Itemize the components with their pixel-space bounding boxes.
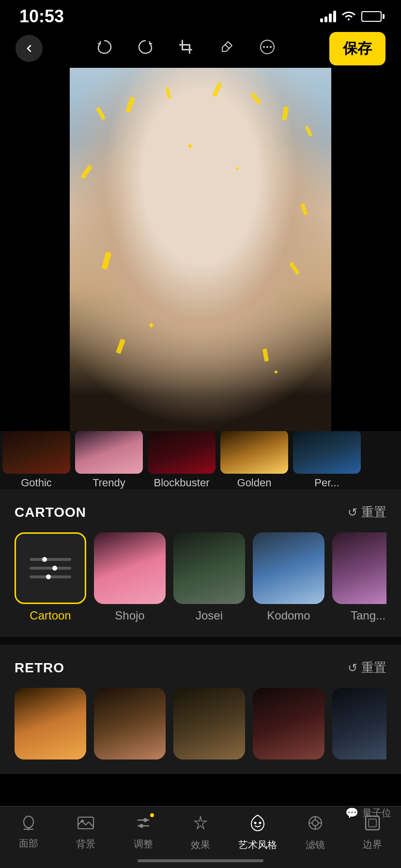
cartoon-reset-button[interactable]: ↺ 重置 [348,504,386,521]
bottom-nav: 面部 背景 调整 [0,806,401,868]
style-thumb-retro2 [94,688,166,760]
crop-button[interactable] [178,39,194,59]
svg-point-8 [270,46,272,48]
style-thumb-kodomo [253,532,324,604]
retro-reset-button[interactable]: ↺ 重置 [348,659,386,676]
status-bar: 10:53 [0,0,401,29]
svg-point-9 [24,816,33,828]
style-item-cartoon[interactable]: Cartoon [15,532,86,622]
svg-point-21 [312,820,318,826]
svg-point-7 [266,46,268,48]
toolbar: 保存 [0,29,401,68]
effects-icon [192,818,209,835]
style-label-kodomo: Kodomo [267,609,310,622]
nav-item-artstyle[interactable]: 艺术风格 [233,814,282,852]
style-item-retro3[interactable] [173,688,245,764]
portrait-image: ✦ ✦ ✦ ✦ [70,68,331,431]
nav-items: 面部 背景 调整 [0,806,401,855]
style-item-shojo[interactable]: Shojo [94,532,166,622]
nav-label-background: 背景 [76,837,95,851]
separator [0,637,401,645]
filter-label-gothic: Gothic [21,477,52,489]
face-icon [20,816,37,834]
cartoon-section-header: CARTOON ↺ 重置 [15,504,386,521]
nav-item-face[interactable]: 面部 [4,816,53,850]
nav-label-face: 面部 [19,837,38,850]
svg-rect-3 [179,44,190,46]
nav-item-filter[interactable]: 滤镜 [291,814,339,852]
artstyle-icon [248,818,267,835]
svg-point-15 [143,818,147,822]
save-button[interactable]: 保存 [329,32,386,65]
cartoon-reset-label: 重置 [361,504,386,521]
style-item-josei[interactable]: Josei [173,532,245,622]
reset-icon: ↺ [348,506,357,519]
style-item-kodomo[interactable]: Kodomo [253,532,324,622]
filter-thumb-golden [220,431,288,474]
nav-label-border: 边界 [363,838,382,851]
style-label-josei: Josei [196,609,223,622]
filter-label-per: Per... [314,477,339,489]
retro-section: RETRO ↺ 重置 [0,645,401,774]
nav-item-border[interactable]: 边界 [348,815,397,851]
svg-point-6 [263,46,265,48]
style-thumb-josei [173,532,245,604]
home-bar [138,859,263,862]
nav-label-filter: 滤镜 [306,838,325,852]
filter-gothic[interactable]: Gothic [0,431,73,489]
style-item-retro4[interactable] [253,688,324,764]
nav-item-adjust[interactable]: 调整 [119,815,168,851]
filter-icon [307,818,324,835]
style-label-shojo: Shojo [115,609,144,622]
adjust-dot [150,813,154,817]
status-icons [320,10,382,23]
cartoon-title: CARTOON [15,505,86,520]
style-thumb-cartoon [15,532,86,604]
style-item-tang[interactable]: Tang... [332,532,386,622]
border-icon [364,817,381,835]
filter-thumb-per [293,431,361,474]
nav-label-artstyle: 艺术风格 [238,838,277,852]
status-time: 10:53 [19,6,64,27]
filter-thumb-gothic [2,431,70,474]
signal-icon [320,11,336,22]
back-button[interactable] [15,35,43,62]
filter-blockbuster[interactable]: Blockbuster [145,431,218,489]
style-item-retro1[interactable] [15,688,86,764]
filter-strip: Gothic Trendy Blockbuster Golden Per... [0,431,401,489]
style-thumb-shojo [94,532,166,604]
retro-style-grid [15,688,386,774]
filter-thumb-trendy [75,431,143,474]
wifi-icon [342,10,355,23]
cartoon-section: CARTOON ↺ 重置 Cartoon Shojo Josei [0,489,401,637]
style-thumb-tang [332,532,386,604]
redo-button[interactable] [137,40,154,58]
filter-label-trendy: Trendy [93,477,125,489]
filter-golden[interactable]: Golden [218,431,291,489]
background-icon [77,817,94,834]
more-button[interactable] [259,39,276,59]
retro-title: RETRO [15,660,64,676]
filter-label-golden: Golden [237,477,272,489]
cartoon-style-grid: Cartoon Shojo Josei Kodomo Tang... [15,532,386,637]
erase-button[interactable] [218,39,235,59]
svg-point-13 [81,820,84,822]
battery-icon [361,11,382,22]
svg-point-17 [139,824,143,828]
undo-button[interactable] [96,40,113,58]
style-item-retro2[interactable] [94,688,166,764]
filter-thumb-blockbuster [148,431,216,474]
filter-per[interactable]: Per... [291,431,363,489]
wechat-icon: 💬 [345,807,358,820]
nav-item-effects[interactable]: 效果 [176,814,225,852]
style-thumb-retro1 [15,688,86,760]
nav-label-effects: 效果 [191,838,210,852]
style-thumb-retro4 [253,688,324,760]
toolbar-center [96,39,276,59]
canvas-area: ✦ ✦ ✦ ✦ [0,68,401,431]
style-item-retro5[interactable] [332,688,386,764]
canvas-left-bg [0,68,70,431]
nav-item-background[interactable]: 背景 [62,815,110,851]
filter-trendy[interactable]: Trendy [73,431,145,489]
style-label-tang: Tang... [351,609,386,622]
